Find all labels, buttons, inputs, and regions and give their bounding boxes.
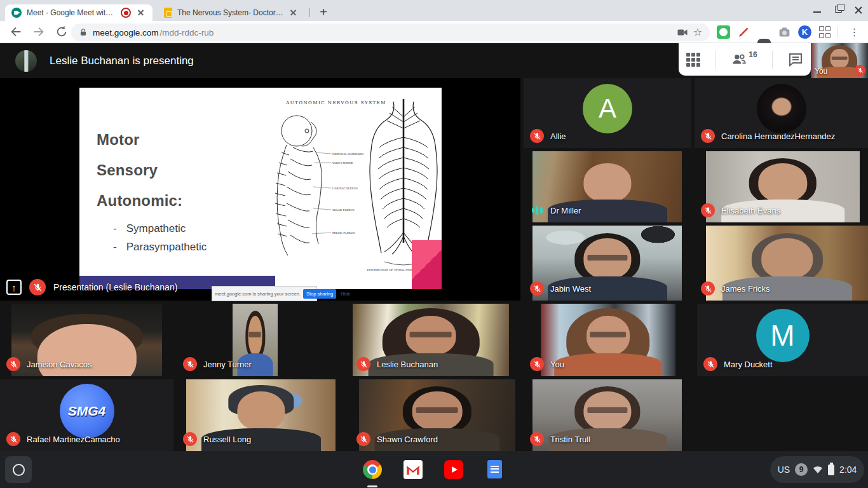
camera-in-use-icon[interactable] bbox=[677, 27, 688, 38]
slide-bullet: -Sympathetic bbox=[113, 222, 207, 235]
presentation-tile[interactable]: Motor Sensory Autonomic: -Sympathetic -P… bbox=[0, 78, 520, 301]
participant-name: Mary Duckett bbox=[724, 360, 773, 369]
chromebook-screen: Meet - Google Meet with Bill The Nervous… bbox=[0, 0, 868, 488]
avatar: M bbox=[756, 309, 810, 362]
participant-tile-dr-miller[interactable]: Dr Miller bbox=[524, 151, 691, 222]
participant-label: Carolina HernandezHernandez bbox=[701, 129, 835, 143]
self-view-thumbnail[interactable]: You bbox=[811, 43, 868, 78]
presentation-label: Presentation (Leslie Buchanan) bbox=[53, 282, 177, 292]
gmail-app-icon[interactable] bbox=[403, 460, 423, 479]
red-pen-extension-icon[interactable] bbox=[737, 25, 750, 39]
participant-name: Jenny Turner bbox=[203, 360, 252, 369]
close-tab-icon[interactable] bbox=[288, 8, 299, 18]
participant-tile-jenny[interactable]: Jenny Turner bbox=[177, 304, 347, 376]
participant-tile-russell[interactable]: Russell Long bbox=[177, 379, 347, 451]
browser-toolbar: meet.google.com/mdd-rddc-rub ☆ K ⋮ bbox=[0, 21, 868, 43]
change-layout-icon[interactable] bbox=[686, 53, 700, 67]
forward-icon[interactable] bbox=[32, 25, 46, 39]
participant-label: Allie bbox=[530, 129, 566, 143]
participant-tile-rafael[interactable]: SMG4 Rafael MartinezCamacho bbox=[0, 379, 173, 451]
participant-tile-elisabeth[interactable]: Elisabeth Evans bbox=[695, 151, 868, 222]
participant-tile-allie[interactable]: A Allie bbox=[524, 78, 691, 148]
share-message: meet.google.com is sharing your screen. bbox=[215, 291, 301, 297]
mic-muted-icon bbox=[356, 432, 370, 446]
participant-label: Russell Long bbox=[183, 432, 251, 446]
participant-tile-mary[interactable]: M Mary Duckett bbox=[697, 304, 868, 376]
participant-label: Rafael MartinezCamacho bbox=[6, 432, 120, 446]
status-tray[interactable]: US 9 2:04 bbox=[770, 456, 864, 483]
tab-google-meet[interactable]: Meet - Google Meet with Bill bbox=[5, 4, 153, 21]
mic-muted-icon bbox=[530, 281, 544, 295]
docs-app-icon[interactable] bbox=[485, 460, 504, 479]
stop-sharing-button[interactable]: Stop sharing bbox=[303, 289, 336, 299]
avatar: SMG4 bbox=[60, 384, 114, 438]
participant-tile-shawn[interactable]: Shawn Crawford bbox=[350, 379, 520, 451]
participant-tile-you[interactable]: You bbox=[524, 304, 694, 376]
participant-name: Elisabeth Evans bbox=[721, 206, 780, 215]
presentation-muted-icon bbox=[29, 279, 46, 295]
mic-muted-icon bbox=[6, 432, 20, 446]
battery-icon bbox=[828, 464, 834, 475]
launcher-button[interactable] bbox=[5, 456, 32, 483]
mic-muted-icon bbox=[855, 65, 865, 76]
mic-muted-icon bbox=[6, 357, 20, 371]
participant-label: Jenny Turner bbox=[183, 357, 252, 371]
chat-icon[interactable] bbox=[788, 52, 803, 67]
participant-label: Jamison Cavacos bbox=[6, 357, 92, 371]
refresh-icon[interactable] bbox=[55, 25, 69, 39]
browser-menu-icon[interactable]: ⋮ bbox=[848, 25, 861, 39]
tab-title: Meet - Google Meet with Bill bbox=[27, 8, 116, 17]
camera-extension-icon[interactable] bbox=[778, 25, 791, 39]
kami-extension-icon[interactable]: K bbox=[798, 25, 811, 39]
participant-label: Tristin Trull bbox=[530, 432, 590, 446]
participant-name: Russell Long bbox=[203, 435, 251, 444]
play-icon bbox=[452, 466, 458, 473]
participant-label: Elisabeth Evans bbox=[701, 203, 780, 217]
close-tab-icon[interactable] bbox=[136, 8, 146, 18]
participant-label: James Fricks bbox=[701, 281, 770, 295]
bookmark-star-icon[interactable]: ☆ bbox=[693, 27, 702, 37]
pin-presentation-icon[interactable]: ↑ bbox=[6, 280, 22, 295]
participant-tile-james[interactable]: James Fricks bbox=[695, 226, 868, 301]
meet-favicon-icon bbox=[11, 8, 22, 18]
mic-muted-icon bbox=[356, 357, 370, 371]
minimize-window-icon[interactable] bbox=[813, 6, 821, 13]
slide-heading: Motor bbox=[97, 131, 207, 149]
participant-name: Jabin West bbox=[550, 284, 591, 294]
tab-strip: Meet - Google Meet with Bill The Nervous… bbox=[0, 0, 868, 21]
address-bar[interactable]: meet.google.com/mdd-rddc-rub ☆ bbox=[71, 24, 710, 41]
speaking-indicator-icon bbox=[530, 203, 544, 217]
restore-window-icon[interactable] bbox=[835, 6, 842, 13]
tab-nervous-system[interactable]: The Nervous System- Doctor Mill bbox=[158, 4, 305, 21]
clock: 2:04 bbox=[839, 464, 857, 475]
participant-tile-jabin[interactable]: Jabin West bbox=[524, 226, 691, 301]
chrome-app-icon[interactable] bbox=[363, 460, 382, 479]
self-label: You bbox=[815, 67, 827, 76]
participant-tile-jamison[interactable]: Jamison Cavacos bbox=[0, 304, 173, 376]
participants-button[interactable]: 16 bbox=[731, 51, 757, 68]
participant-name: Jamison Cavacos bbox=[27, 360, 92, 369]
participant-tile-leslie[interactable]: Leslie Buchanan bbox=[350, 304, 520, 376]
participant-name: Rafael MartinezCamacho bbox=[27, 435, 120, 444]
launcher-circle-icon bbox=[13, 464, 25, 476]
youtube-app-icon[interactable] bbox=[444, 460, 463, 479]
extensions-grid-icon[interactable] bbox=[818, 25, 832, 39]
hide-share-bar-button[interactable]: Hide bbox=[339, 289, 352, 299]
participant-tile-carolina[interactable]: Carolina HernandezHernandez bbox=[695, 78, 868, 148]
svg-text:SOLAR PLEXUS: SOLAR PLEXUS bbox=[332, 208, 355, 212]
participant-label: Dr Miller bbox=[530, 203, 581, 217]
presentation-overlay: ↑ Presentation (Leslie Buchanan) bbox=[6, 279, 177, 295]
panel-divider bbox=[715, 51, 716, 69]
participant-tile-tristin[interactable]: Tristin Trull bbox=[524, 379, 694, 451]
bitmoji-extension-icon[interactable] bbox=[717, 25, 730, 39]
close-window-icon[interactable] bbox=[854, 6, 863, 15]
avatar: A bbox=[583, 84, 632, 133]
participant-label: Leslie Buchanan bbox=[356, 357, 438, 371]
avatar bbox=[757, 84, 806, 133]
mic-muted-icon bbox=[701, 129, 715, 143]
presenting-banner: Leslie Buchanan is presenting bbox=[15, 50, 194, 72]
back-icon[interactable] bbox=[9, 25, 23, 39]
new-tab-button[interactable]: + bbox=[316, 5, 331, 20]
presenter-avatar bbox=[15, 50, 37, 72]
mic-muted-icon bbox=[183, 432, 197, 446]
